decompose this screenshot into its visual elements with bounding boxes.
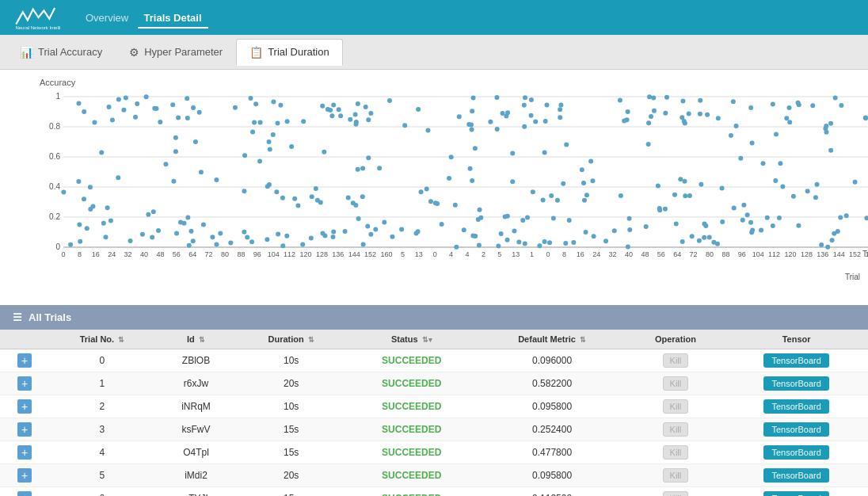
- tab-trial-duration-label: Trial Duration: [268, 46, 329, 58]
- metric-cell: 0.095800: [478, 464, 626, 487]
- id-cell: cTYJI: [154, 487, 237, 497]
- trial-no-cell: 0: [49, 349, 154, 372]
- tensorboard-button[interactable]: TensorBoard: [763, 353, 828, 368]
- id-cell: O4Tpl: [154, 441, 237, 464]
- status-cell: SUCCEEDED: [345, 395, 478, 418]
- tab-trial-accuracy-label: Trial Accuracy: [38, 46, 102, 58]
- expand-button[interactable]: +: [17, 445, 32, 460]
- table-row: + 1 r6xJw 20s SUCCEEDED 0.582200 Kill Te…: [0, 372, 868, 395]
- expand-cell[interactable]: +: [0, 487, 49, 497]
- all-trials-label: All Trials: [29, 311, 71, 323]
- hyper-parameter-icon: ⚙: [129, 46, 139, 59]
- table-header-row: Trial No. ⇅ Id ⇅ Duration ⇅ Status ⇅▾ De…: [0, 330, 868, 349]
- metric-cell: 0.096000: [478, 349, 626, 372]
- table-row: + 0 ZBlOB 10s SUCCEEDED 0.096000 Kill Te…: [0, 349, 868, 372]
- kill-button[interactable]: Kill: [663, 422, 689, 437]
- kill-button[interactable]: Kill: [663, 376, 689, 391]
- col-id: Id ⇅: [154, 330, 237, 349]
- tensor-cell[interactable]: TensorBoard: [725, 418, 868, 441]
- expand-button[interactable]: +: [17, 376, 32, 391]
- kill-button[interactable]: Kill: [663, 399, 689, 414]
- tab-trial-accuracy[interactable]: 📊 Trial Accuracy: [6, 39, 116, 66]
- status-cell: SUCCEEDED: [345, 487, 478, 497]
- tab-hyper-parameter-label: Hyper Parameter: [144, 46, 223, 58]
- trial-accuracy-icon: 📊: [20, 46, 33, 59]
- operation-cell[interactable]: Kill: [626, 395, 725, 418]
- col-default-metric: Default Metric ⇅: [478, 330, 626, 349]
- tensor-cell[interactable]: TensorBoard: [725, 395, 868, 418]
- tensorboard-button[interactable]: TensorBoard: [763, 399, 828, 414]
- trial-no-cell: 3: [49, 418, 154, 441]
- expand-cell[interactable]: +: [0, 349, 49, 372]
- svg-text:Neural Network Intelligence: Neural Network Intelligence: [15, 25, 60, 30]
- expand-cell[interactable]: +: [0, 372, 49, 395]
- tensorboard-button[interactable]: TensorBoard: [763, 468, 828, 483]
- operation-cell[interactable]: Kill: [626, 464, 725, 487]
- operation-cell[interactable]: Kill: [626, 349, 725, 372]
- tensor-cell[interactable]: TensorBoard: [725, 372, 868, 395]
- duration-cell: 10s: [238, 349, 345, 372]
- duration-cell: 20s: [238, 464, 345, 487]
- metric-cell: 0.252400: [478, 418, 626, 441]
- table-row: + 2 iNRqM 10s SUCCEEDED 0.095800 Kill Te…: [0, 395, 868, 418]
- all-trials-section-header: ☰ All Trials: [0, 305, 868, 330]
- tensor-cell[interactable]: TensorBoard: [725, 349, 868, 372]
- expand-button[interactable]: +: [17, 422, 32, 437]
- id-cell: ZBlOB: [154, 349, 237, 372]
- id-cell: ksFwV: [154, 418, 237, 441]
- app-header: Neural Network Intelligence Overview Tri…: [0, 0, 868, 35]
- kill-button[interactable]: Kill: [663, 445, 689, 460]
- col-status: Status ⇅▾: [345, 330, 478, 349]
- expand-button[interactable]: +: [17, 353, 32, 368]
- duration-cell: 20s: [238, 372, 345, 395]
- operation-cell[interactable]: Kill: [626, 372, 725, 395]
- duration-cell: 15s: [238, 441, 345, 464]
- tab-trial-duration[interactable]: 📋 Trial Duration: [236, 39, 343, 66]
- status-cell: SUCCEEDED: [345, 418, 478, 441]
- metric-cell: 0.113500: [478, 487, 626, 497]
- chart-x-axis-title: Trial: [40, 273, 860, 281]
- kill-button[interactable]: Kill: [663, 468, 689, 483]
- tensor-cell[interactable]: TensorBoard: [725, 464, 868, 487]
- operation-cell[interactable]: Kill: [626, 487, 725, 497]
- nav-trials-detail[interactable]: Trials Detail: [138, 9, 208, 29]
- tensorboard-button[interactable]: TensorBoard: [763, 422, 828, 437]
- expand-cell[interactable]: +: [0, 441, 49, 464]
- tensorboard-button[interactable]: TensorBoard: [763, 376, 828, 391]
- nav-overview[interactable]: Overview: [79, 9, 135, 27]
- operation-cell[interactable]: Kill: [626, 441, 725, 464]
- expand-button[interactable]: +: [17, 468, 32, 483]
- list-icon: ☰: [13, 311, 22, 323]
- col-operation: Operation: [626, 330, 725, 349]
- table-row: + 4 O4Tpl 15s SUCCEEDED 0.477800 Kill Te…: [0, 441, 868, 464]
- trials-table: Trial No. ⇅ Id ⇅ Duration ⇅ Status ⇅▾ De…: [0, 330, 868, 496]
- kill-button[interactable]: Kill: [663, 353, 689, 368]
- kill-button[interactable]: Kill: [663, 491, 689, 496]
- tensor-cell[interactable]: TensorBoard: [725, 487, 868, 497]
- tab-hyper-parameter[interactable]: ⚙ Hyper Parameter: [116, 39, 236, 66]
- duration-cell: 15s: [238, 487, 345, 497]
- main-nav: Overview Trials Detail: [79, 12, 208, 24]
- tensor-cell[interactable]: TensorBoard: [725, 441, 868, 464]
- chart-wrapper: Trial: [8, 89, 860, 305]
- trial-no-cell: 5: [49, 464, 154, 487]
- operation-cell[interactable]: Kill: [626, 418, 725, 441]
- accuracy-chart: [40, 89, 868, 271]
- expand-button[interactable]: +: [17, 399, 32, 414]
- chart-container: Accuracy Trial: [0, 70, 868, 305]
- expand-cell[interactable]: +: [0, 418, 49, 441]
- status-cell: SUCCEEDED: [345, 441, 478, 464]
- duration-cell: 15s: [238, 418, 345, 441]
- expand-cell[interactable]: +: [0, 395, 49, 418]
- metric-cell: 0.095800: [478, 395, 626, 418]
- tensorboard-button[interactable]: TensorBoard: [763, 491, 828, 496]
- status-cell: SUCCEEDED: [345, 349, 478, 372]
- tabs-bar: 📊 Trial Accuracy ⚙ Hyper Parameter 📋 Tri…: [0, 35, 868, 70]
- expand-button[interactable]: +: [17, 491, 32, 496]
- trial-no-cell: 2: [49, 395, 154, 418]
- trial-no-cell: 4: [49, 441, 154, 464]
- tensorboard-button[interactable]: TensorBoard: [763, 445, 828, 460]
- expand-cell[interactable]: +: [0, 464, 49, 487]
- table-row: + 3 ksFwV 15s SUCCEEDED 0.252400 Kill Te…: [0, 418, 868, 441]
- col-tensor: Tensor: [725, 330, 868, 349]
